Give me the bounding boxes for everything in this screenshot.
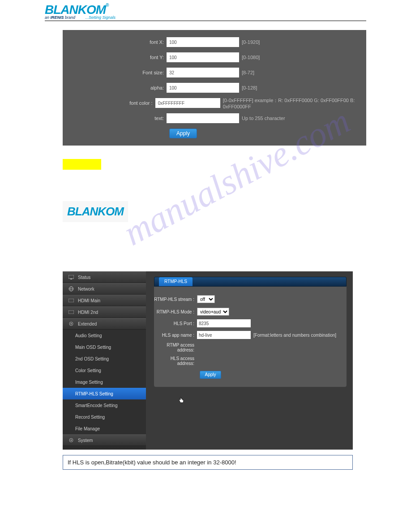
sidebar-item-label: HDMI 2nd	[78, 310, 98, 315]
page-header: BLANKOM® an IRENIS brand ...Setting Sign…	[0, 0, 411, 21]
svg-rect-5	[68, 299, 74, 302]
sidebar-sub-audio[interactable]: Audio Setting	[63, 330, 146, 341]
input-font-y[interactable]	[167, 52, 239, 62]
logo-secondary-wrap: BLANKOM	[63, 201, 128, 222]
sidebar-item-label: Extended	[78, 322, 97, 326]
sidebar-sub-image[interactable]: Image Setting	[63, 376, 146, 388]
sidebar-sub-file-manage[interactable]: File Manage	[63, 423, 146, 434]
note-box: If HLS is open,Bitrate(kbit) value shoul…	[63, 455, 353, 470]
hint-hls-app: [Format:letters and numbers combination]	[253, 333, 336, 338]
svg-rect-6	[68, 310, 74, 314]
select-stream[interactable]: off	[197, 295, 215, 303]
sidebar-item-label: Network	[78, 287, 94, 292]
logo-text: BLANKOM	[45, 3, 106, 17]
label-font-size: Font size:	[63, 70, 167, 75]
gear-icon	[68, 321, 74, 327]
yellow-highlight	[63, 159, 101, 170]
input-font-x[interactable]	[167, 37, 239, 47]
hint-alpha: [0-128]	[242, 85, 257, 90]
apply-button-2[interactable]: Apply	[200, 371, 221, 379]
svg-rect-0	[68, 275, 74, 279]
hint-font-x: [0-1920]	[242, 39, 260, 45]
hdmi-icon	[68, 309, 74, 315]
label-hls-port: HLS Port :	[154, 321, 197, 326]
label-hls-addr: HLS access address:	[154, 356, 197, 366]
sidebar-item-label: System	[78, 438, 93, 443]
logo-secondary: BLANKOM	[67, 205, 124, 219]
sidebar-sub-2nd-osd[interactable]: 2nd OSD Setting	[63, 353, 146, 365]
hint-font-size: [8-72]	[242, 70, 254, 75]
label-stream: RTMP-HLS stream :	[154, 297, 197, 302]
tab-bar: RTMP-HLS	[154, 277, 347, 287]
sidebar-sub-smartencode[interactable]: SmartEncode Setting	[63, 399, 146, 411]
select-mode[interactable]: video+audio	[197, 308, 229, 316]
svg-point-8	[71, 323, 72, 325]
svg-point-10	[71, 440, 72, 441]
label-text: text:	[63, 116, 167, 121]
sidebar-sub-rtmp-hls[interactable]: RTMP-HLS Setting	[63, 388, 146, 399]
sidebar-item-status[interactable]: Status	[63, 271, 146, 283]
logo-bar: BLANKOM® an IRENIS brand ...Setting Sign…	[45, 3, 366, 21]
label-mode: RTMP-HLS Mode :	[154, 309, 197, 314]
label-font-x: font X:	[63, 39, 167, 45]
svg-rect-1	[70, 279, 72, 279]
tab-rtmp-hls[interactable]: RTMP-HLS	[159, 277, 193, 286]
input-hls-port[interactable]	[197, 319, 251, 327]
label-font-y: font Y:	[63, 55, 167, 60]
globe-icon	[68, 286, 74, 292]
sidebar-item-label: Status	[78, 275, 90, 280]
input-alpha[interactable]	[167, 83, 239, 93]
input-font-size[interactable]	[167, 68, 239, 77]
apply-button[interactable]: Apply	[169, 129, 197, 138]
sidebar-sub-main-osd[interactable]: Main OSD Setting	[63, 341, 146, 353]
hint-text: Up to 255 character	[242, 116, 285, 121]
brand-logo: BLANKOM®	[45, 3, 108, 17]
sidebar-item-network[interactable]: Network	[63, 283, 146, 295]
sidebar-item-system[interactable]: System	[63, 434, 146, 446]
hint-font-y: [0-1080]	[242, 55, 260, 60]
sidebar-item-hdmi-main[interactable]: HDMI Main	[63, 295, 146, 306]
hint-font-color: [0-0xFFFFFF] example：R: 0xFFFF0000 G: 0x…	[223, 97, 366, 109]
registered-icon: ®	[106, 3, 108, 8]
input-text[interactable]	[167, 113, 239, 123]
label-hls-app: HLS app name :	[154, 333, 197, 338]
rtmp-hls-panel: Status Network HDMI Main HDMI 2nd Extend…	[63, 271, 353, 450]
sidebar-sub-record[interactable]: Record Setting	[63, 411, 146, 423]
gear-icon	[68, 437, 74, 443]
sidebar-item-hdmi-2nd[interactable]: HDMI 2nd	[63, 306, 146, 318]
sidebar-sub-color[interactable]: Color Setting	[63, 365, 146, 376]
content-area: RTMP-HLS RTMP-HLS stream :off RTMP-HLS M…	[146, 271, 353, 450]
sidebar: Status Network HDMI Main HDMI 2nd Extend…	[63, 271, 146, 450]
input-font-color[interactable]	[155, 98, 220, 108]
label-alpha: alpha:	[63, 85, 167, 90]
hdmi-icon	[68, 297, 74, 304]
sidebar-item-label: HDMI Main	[78, 298, 100, 303]
label-font-color: font color :	[63, 100, 155, 106]
osd-settings-panel: font X:[0-1920] font Y:[0-1080] Font siz…	[63, 30, 366, 146]
sidebar-item-extended[interactable]: Extended	[63, 318, 146, 330]
label-rtmp-addr: RTMP access address:	[154, 343, 197, 352]
monitor-icon	[68, 274, 74, 280]
rtmp-hls-form: RTMP-HLS stream :off RTMP-HLS Mode :vide…	[154, 287, 347, 387]
input-hls-app[interactable]	[197, 331, 251, 339]
